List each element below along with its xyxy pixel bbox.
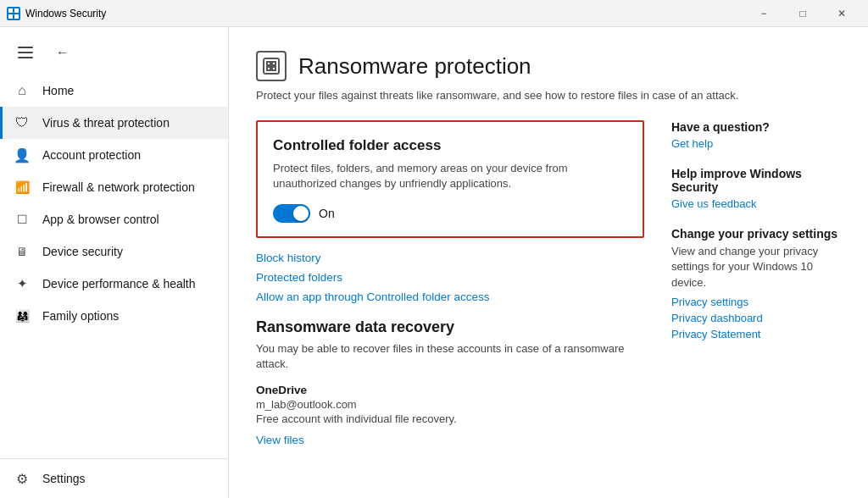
sidebar-item-label: Home — [42, 84, 74, 97]
block-history-link[interactable]: Block history — [256, 252, 644, 264]
sidebar-top: ← — [0, 27, 228, 71]
sidebar-item-account[interactable]: 👤 Account protection — [0, 139, 228, 171]
sidebar-item-device-health[interactable]: ✦ Device performance & health — [0, 268, 228, 300]
cfa-description: Protect files, folders, and memory areas… — [273, 161, 627, 191]
sidebar-item-virus[interactable]: 🛡 Virus & threat protection — [0, 107, 228, 139]
hamburger-line — [18, 57, 33, 58]
sidebar-item-label: Device security — [42, 245, 123, 258]
right-question-section: Have a question? Get help — [671, 120, 841, 150]
right-privacy-section: Change your privacy settings View and ch… — [671, 227, 841, 340]
minimize-button[interactable]: − — [744, 0, 783, 27]
view-files-link[interactable]: View files — [256, 434, 644, 446]
sidebar-item-home[interactable]: ⌂ Home — [0, 75, 228, 107]
sidebar-item-label: Firewall & network protection — [42, 180, 195, 194]
svg-rect-7 — [267, 67, 270, 70]
cfa-box: Controlled folder access Protect files, … — [256, 120, 644, 237]
content-columns: Controlled folder access Protect files, … — [256, 120, 841, 453]
settings-icon: ⚙ — [14, 470, 31, 487]
svg-rect-3 — [14, 14, 19, 19]
title-bar: Windows Security − □ ✕ — [0, 0, 868, 27]
recovery-description: You may be able to recover files in thes… — [256, 341, 644, 372]
right-improve-section: Help improve Windows Security Give us fe… — [671, 167, 841, 210]
hamburger-line — [18, 47, 33, 48]
sidebar-item-firewall[interactable]: 📶 Firewall & network protection — [0, 171, 228, 203]
sidebar-item-device-security[interactable]: 🖥 Device security — [0, 235, 228, 268]
cfa-toggle[interactable] — [273, 204, 310, 223]
back-button[interactable]: ← — [47, 37, 78, 68]
main-content: Ransomware protection Protect your files… — [229, 27, 868, 498]
page-title: Ransomware protection — [298, 53, 531, 80]
cfa-title: Controlled folder access — [273, 137, 627, 154]
content-right: Have a question? Get help Help improve W… — [671, 120, 841, 453]
allow-app-link[interactable]: Allow an app through Controlled folder a… — [256, 290, 644, 303]
nav-items: ⌂ Home 🛡 Virus & threat protection 👤 Acc… — [0, 75, 228, 458]
family-icon: 👨‍👩‍👧 — [14, 307, 31, 324]
onedrive-name: OneDrive — [256, 384, 644, 396]
window-title: Windows Security — [25, 8, 744, 19]
sidebar-item-label: Device performance & health — [42, 277, 196, 290]
sidebar: ← ⌂ Home 🛡 Virus & threat protection 👤 A… — [0, 27, 229, 498]
question-heading: Have a question? — [671, 120, 841, 134]
maximize-button[interactable]: □ — [783, 0, 822, 27]
app-body: ← ⌂ Home 🛡 Virus & threat protection 👤 A… — [0, 27, 868, 498]
page-header-icon — [256, 51, 287, 81]
recovery-section-title: Ransomware data recovery — [256, 318, 644, 336]
privacy-statement-link[interactable]: Privacy Statement — [671, 328, 841, 340]
svg-rect-2 — [8, 14, 13, 19]
give-feedback-link[interactable]: Give us feedback — [671, 197, 841, 210]
onedrive-email: m_lab@outlook.com — [256, 398, 644, 411]
svg-rect-5 — [267, 62, 270, 65]
improve-heading: Help improve Windows Security — [671, 167, 841, 194]
privacy-settings-link[interactable]: Privacy settings — [671, 296, 841, 308]
privacy-heading: Change your privacy settings — [671, 227, 841, 241]
page-header: Ransomware protection — [256, 51, 841, 81]
browser-icon: ☐ — [14, 211, 31, 228]
toggle-label: On — [319, 207, 335, 220]
home-icon: ⌂ — [14, 82, 31, 99]
svg-rect-6 — [272, 62, 275, 65]
close-button[interactable]: ✕ — [822, 0, 861, 27]
toggle-knob — [293, 206, 309, 221]
protected-folders-link[interactable]: Protected folders — [256, 271, 644, 284]
sidebar-bottom: ⚙ Settings — [0, 458, 228, 498]
page-subtitle: Protect your files against threats like … — [256, 88, 841, 103]
sidebar-item-label: Account protection — [42, 148, 141, 162]
svg-rect-1 — [14, 8, 19, 13]
svg-rect-0 — [8, 8, 13, 13]
device-security-icon: 🖥 — [14, 243, 31, 260]
sidebar-item-label: Settings — [42, 472, 86, 485]
privacy-text: View and change your privacy settings fo… — [671, 244, 841, 290]
hamburger-line — [18, 52, 33, 53]
shield-icon: 🛡 — [14, 114, 31, 131]
get-help-link[interactable]: Get help — [671, 137, 841, 150]
svg-rect-8 — [272, 67, 275, 70]
privacy-dashboard-link[interactable]: Privacy dashboard — [671, 312, 841, 324]
sidebar-item-label: Virus & threat protection — [42, 116, 170, 130]
sidebar-item-browser[interactable]: ☐ App & browser control — [0, 203, 228, 235]
sidebar-item-label: Family options — [42, 309, 119, 323]
sidebar-item-label: App & browser control — [42, 213, 159, 226]
sidebar-item-family[interactable]: 👨‍👩‍👧 Family options — [0, 300, 228, 332]
person-icon: 👤 — [14, 147, 31, 163]
hamburger-button[interactable] — [10, 37, 41, 68]
app-icon — [7, 7, 20, 20]
sidebar-item-settings[interactable]: ⚙ Settings — [0, 462, 228, 495]
onedrive-desc: Free account with individual file recove… — [256, 412, 644, 425]
health-icon: ✦ — [14, 275, 31, 292]
window-controls: − □ ✕ — [744, 0, 861, 27]
wifi-icon: 📶 — [14, 179, 31, 196]
content-left: Controlled folder access Protect files, … — [256, 120, 644, 453]
toggle-row: On — [273, 204, 627, 223]
